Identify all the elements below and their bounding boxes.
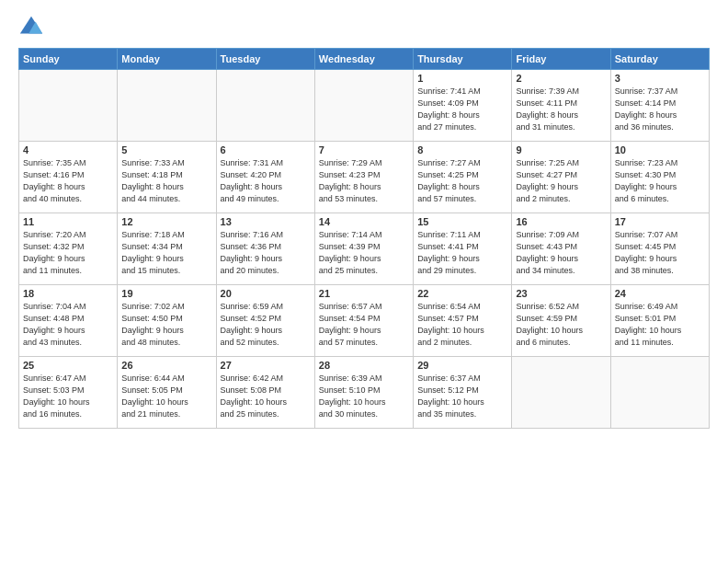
day-number: 24	[615, 288, 705, 299]
day-detail: Sunrise: 7:04 AM Sunset: 4:48 PM Dayligh…	[23, 301, 113, 349]
weekday-header-saturday: Saturday	[610, 49, 709, 70]
calendar-cell: 1Sunrise: 7:41 AM Sunset: 4:09 PM Daylig…	[414, 70, 512, 142]
calendar-cell	[216, 70, 314, 142]
calendar-cell: 29Sunrise: 6:37 AM Sunset: 5:12 PM Dayli…	[414, 357, 512, 429]
weekday-header-wednesday: Wednesday	[314, 49, 413, 70]
calendar-cell: 21Sunrise: 6:57 AM Sunset: 4:54 PM Dayli…	[314, 285, 413, 357]
calendar-cell: 14Sunrise: 7:14 AM Sunset: 4:39 PM Dayli…	[314, 213, 413, 285]
day-detail: Sunrise: 7:02 AM Sunset: 4:50 PM Dayligh…	[121, 301, 211, 349]
calendar-cell: 11Sunrise: 7:20 AM Sunset: 4:32 PM Dayli…	[19, 213, 118, 285]
calendar-cell: 7Sunrise: 7:29 AM Sunset: 4:23 PM Daylig…	[314, 142, 413, 213]
day-detail: Sunrise: 6:57 AM Sunset: 4:54 PM Dayligh…	[319, 301, 409, 349]
calendar-cell	[512, 357, 610, 429]
day-number: 23	[516, 288, 606, 299]
day-detail: Sunrise: 7:29 AM Sunset: 4:23 PM Dayligh…	[319, 157, 409, 205]
calendar-week-1: 4Sunrise: 7:35 AM Sunset: 4:16 PM Daylig…	[19, 142, 710, 213]
calendar-cell: 4Sunrise: 7:35 AM Sunset: 4:16 PM Daylig…	[19, 142, 118, 213]
day-detail: Sunrise: 7:18 AM Sunset: 4:34 PM Dayligh…	[121, 229, 211, 277]
calendar-cell: 19Sunrise: 7:02 AM Sunset: 4:50 PM Dayli…	[118, 285, 216, 357]
day-number: 25	[23, 360, 113, 371]
calendar-cell: 10Sunrise: 7:23 AM Sunset: 4:30 PM Dayli…	[610, 142, 709, 213]
day-detail: Sunrise: 6:54 AM Sunset: 4:57 PM Dayligh…	[417, 301, 507, 349]
day-number: 20	[221, 288, 311, 299]
calendar-week-2: 11Sunrise: 7:20 AM Sunset: 4:32 PM Dayli…	[19, 213, 710, 285]
day-detail: Sunrise: 6:52 AM Sunset: 4:59 PM Dayligh…	[516, 301, 606, 349]
day-number: 5	[121, 144, 211, 155]
calendar-cell: 28Sunrise: 6:39 AM Sunset: 5:10 PM Dayli…	[314, 357, 413, 429]
calendar-cell: 13Sunrise: 7:16 AM Sunset: 4:36 PM Dayli…	[216, 213, 314, 285]
day-number: 11	[23, 216, 113, 227]
weekday-header-sunday: Sunday	[19, 49, 118, 70]
day-detail: Sunrise: 7:16 AM Sunset: 4:36 PM Dayligh…	[221, 229, 311, 277]
day-detail: Sunrise: 6:39 AM Sunset: 5:10 PM Dayligh…	[319, 373, 409, 420]
logo-icon	[18, 15, 44, 40]
calendar-week-0: 1Sunrise: 7:41 AM Sunset: 4:09 PM Daylig…	[19, 70, 710, 142]
calendar-cell	[19, 70, 118, 142]
day-number: 10	[615, 144, 705, 155]
day-detail: Sunrise: 7:35 AM Sunset: 4:16 PM Dayligh…	[23, 157, 113, 205]
day-detail: Sunrise: 6:59 AM Sunset: 4:52 PM Dayligh…	[221, 301, 311, 349]
calendar-week-3: 18Sunrise: 7:04 AM Sunset: 4:48 PM Dayli…	[19, 285, 710, 357]
day-number: 9	[516, 144, 606, 155]
day-number: 27	[221, 360, 311, 371]
calendar-cell: 6Sunrise: 7:31 AM Sunset: 4:20 PM Daylig…	[216, 142, 314, 213]
day-number: 17	[615, 216, 705, 227]
calendar-cell: 26Sunrise: 6:44 AM Sunset: 5:05 PM Dayli…	[118, 357, 216, 429]
logo	[18, 15, 48, 40]
calendar-cell	[118, 70, 216, 142]
day-number: 22	[417, 288, 507, 299]
day-detail: Sunrise: 7:31 AM Sunset: 4:20 PM Dayligh…	[221, 157, 311, 205]
day-number: 21	[319, 288, 409, 299]
day-detail: Sunrise: 7:14 AM Sunset: 4:39 PM Dayligh…	[319, 229, 409, 277]
weekday-header-row: SundayMondayTuesdayWednesdayThursdayFrid…	[19, 49, 710, 70]
day-number: 1	[417, 73, 507, 84]
page: SundayMondayTuesdayWednesdayThursdayFrid…	[0, 0, 728, 563]
day-number: 13	[221, 216, 311, 227]
calendar-cell: 5Sunrise: 7:33 AM Sunset: 4:18 PM Daylig…	[118, 142, 216, 213]
day-detail: Sunrise: 7:37 AM Sunset: 4:14 PM Dayligh…	[615, 86, 705, 133]
day-number: 6	[221, 144, 311, 155]
day-number: 29	[417, 360, 507, 371]
calendar-cell: 24Sunrise: 6:49 AM Sunset: 5:01 PM Dayli…	[610, 285, 709, 357]
calendar-week-4: 25Sunrise: 6:47 AM Sunset: 5:03 PM Dayli…	[19, 357, 710, 429]
day-detail: Sunrise: 7:07 AM Sunset: 4:45 PM Dayligh…	[615, 229, 705, 277]
day-number: 4	[23, 144, 113, 155]
calendar-cell: 25Sunrise: 6:47 AM Sunset: 5:03 PM Dayli…	[19, 357, 118, 429]
calendar-cell: 9Sunrise: 7:25 AM Sunset: 4:27 PM Daylig…	[512, 142, 610, 213]
calendar-cell	[610, 357, 709, 429]
calendar-cell: 23Sunrise: 6:52 AM Sunset: 4:59 PM Dayli…	[512, 285, 610, 357]
calendar-cell: 8Sunrise: 7:27 AM Sunset: 4:25 PM Daylig…	[414, 142, 512, 213]
weekday-header-friday: Friday	[512, 49, 610, 70]
weekday-header-tuesday: Tuesday	[216, 49, 314, 70]
day-number: 28	[319, 360, 409, 371]
calendar-cell: 20Sunrise: 6:59 AM Sunset: 4:52 PM Dayli…	[216, 285, 314, 357]
day-detail: Sunrise: 7:39 AM Sunset: 4:11 PM Dayligh…	[516, 86, 606, 133]
calendar-cell	[314, 70, 413, 142]
calendar-cell: 12Sunrise: 7:18 AM Sunset: 4:34 PM Dayli…	[118, 213, 216, 285]
day-detail: Sunrise: 7:41 AM Sunset: 4:09 PM Dayligh…	[417, 86, 507, 133]
calendar-cell: 16Sunrise: 7:09 AM Sunset: 4:43 PM Dayli…	[512, 213, 610, 285]
day-detail: Sunrise: 6:37 AM Sunset: 5:12 PM Dayligh…	[417, 373, 507, 420]
day-detail: Sunrise: 7:23 AM Sunset: 4:30 PM Dayligh…	[615, 157, 705, 205]
day-number: 7	[319, 144, 409, 155]
day-detail: Sunrise: 7:11 AM Sunset: 4:41 PM Dayligh…	[417, 229, 507, 277]
day-number: 18	[23, 288, 113, 299]
day-number: 19	[121, 288, 211, 299]
day-number: 8	[417, 144, 507, 155]
day-number: 12	[121, 216, 211, 227]
calendar-cell: 3Sunrise: 7:37 AM Sunset: 4:14 PM Daylig…	[610, 70, 709, 142]
day-number: 16	[516, 216, 606, 227]
weekday-header-thursday: Thursday	[414, 49, 512, 70]
day-number: 15	[417, 216, 507, 227]
day-number: 26	[121, 360, 211, 371]
calendar-cell: 22Sunrise: 6:54 AM Sunset: 4:57 PM Dayli…	[414, 285, 512, 357]
day-detail: Sunrise: 7:27 AM Sunset: 4:25 PM Dayligh…	[417, 157, 507, 205]
weekday-header-monday: Monday	[118, 49, 216, 70]
day-detail: Sunrise: 7:25 AM Sunset: 4:27 PM Dayligh…	[516, 157, 606, 205]
day-detail: Sunrise: 7:20 AM Sunset: 4:32 PM Dayligh…	[23, 229, 113, 277]
day-number: 3	[615, 73, 705, 84]
calendar-cell: 18Sunrise: 7:04 AM Sunset: 4:48 PM Dayli…	[19, 285, 118, 357]
day-number: 2	[516, 73, 606, 84]
day-detail: Sunrise: 7:33 AM Sunset: 4:18 PM Dayligh…	[121, 157, 211, 205]
day-detail: Sunrise: 6:47 AM Sunset: 5:03 PM Dayligh…	[23, 373, 113, 420]
